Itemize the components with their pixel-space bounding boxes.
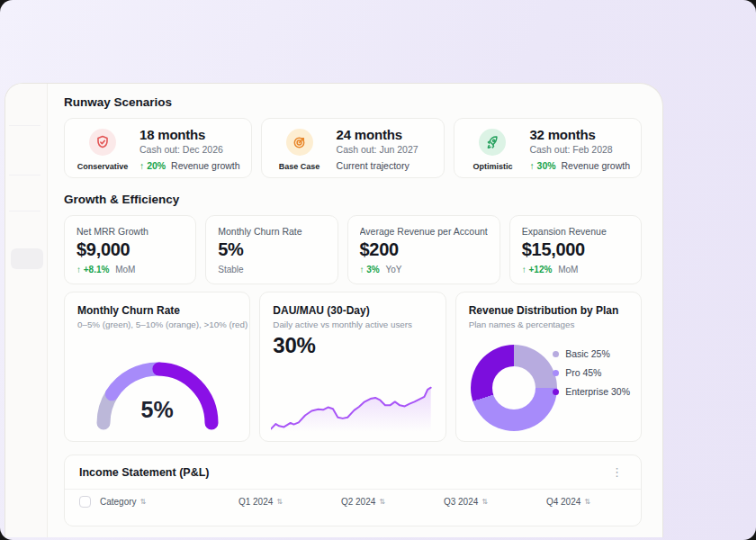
chart-title: DAU/MAU (30-Day) bbox=[273, 304, 432, 317]
chart-legend: Basic 25% Pro 45% Enterprise 30% bbox=[553, 348, 630, 397]
legend-dot bbox=[553, 370, 559, 376]
metric-note: MoM bbox=[115, 265, 135, 274]
column-label: Q1 2024 bbox=[238, 497, 273, 507]
target-icon bbox=[286, 129, 313, 156]
chart-subtitle: 0–5% (green), 5–10% (orange), >10% (red) bbox=[77, 320, 237, 329]
scenario-months: 24 months bbox=[337, 127, 434, 142]
shield-check-icon bbox=[89, 129, 116, 156]
column-header-q2-2024[interactable]: Q2 2024 ⇅ bbox=[283, 497, 385, 507]
metric-delta-row: Stable bbox=[218, 265, 325, 274]
metric-note: Stable bbox=[218, 265, 243, 274]
dashboard-content: Runway Scenarios Conservative bbox=[48, 84, 662, 537]
legend-item-enterprise: Enterprise 30% bbox=[553, 386, 630, 397]
column-label: Q3 2024 bbox=[444, 497, 478, 507]
sidebar-item-placeholder[interactable] bbox=[11, 248, 43, 269]
section-title-runway-scenarios: Runway Scenarios bbox=[64, 95, 642, 109]
scenario-icon-block: Optimistic bbox=[464, 127, 521, 171]
sidebar-divider bbox=[9, 211, 40, 212]
column-header-q3-2024[interactable]: Q3 2024 ⇅ bbox=[385, 497, 488, 507]
column-header-category[interactable]: Category ⇅ bbox=[100, 497, 180, 507]
sort-icon[interactable]: ⇅ bbox=[482, 498, 488, 506]
metric-card-net-mrr-growth: Net MRR Growth $9,000 ↑ +8.1% MoM bbox=[64, 215, 196, 284]
metric-label: Net MRR Growth bbox=[76, 226, 184, 237]
donut-chart bbox=[471, 345, 557, 431]
metric-label: Average Revenue per Account bbox=[360, 226, 488, 237]
column-header-q4-2024[interactable]: Q4 2024 ⇅ bbox=[488, 497, 590, 507]
sidebar-divider bbox=[9, 175, 40, 176]
column-label: Category bbox=[100, 497, 137, 507]
metric-value: $200 bbox=[360, 239, 488, 260]
scenario-label: Optimistic bbox=[464, 162, 521, 171]
rocket-icon bbox=[479, 129, 506, 156]
screenshot-root: Runway Scenarios Conservative bbox=[0, 0, 756, 540]
scenario-label: Base Case bbox=[271, 162, 328, 171]
scenario-cashout: Cash out: Jun 2027 bbox=[337, 144, 434, 155]
metric-card-expansion-revenue: Expansion Revenue $15,000 ↑ +12% MoM bbox=[509, 215, 642, 284]
scenario-cashout: Cash out: Feb 2028 bbox=[529, 144, 630, 155]
main-panel: Runway Scenarios Conservative bbox=[4, 83, 663, 537]
metric-label: Monthly Churn Rate bbox=[218, 226, 325, 237]
legend-item-pro: Pro 45% bbox=[553, 367, 630, 378]
metric-card-monthly-churn-rate: Monthly Churn Rate 5% Stable bbox=[205, 215, 338, 284]
growth-delta: ↑ 20% bbox=[140, 160, 166, 171]
scenario-label: Conservative bbox=[74, 162, 131, 171]
metric-delta-row: ↑ 3% YoY bbox=[360, 265, 488, 274]
metric-value: $15,000 bbox=[522, 239, 629, 260]
metric-delta: ↑ 3% bbox=[360, 265, 380, 274]
legend-label: Enterprise 30% bbox=[565, 386, 630, 397]
metric-value: 5% bbox=[218, 239, 325, 260]
legend-dot bbox=[553, 351, 559, 357]
income-statement-header: Income Statement (P&L) ⋮ bbox=[65, 455, 641, 489]
scenario-delta-row: ↑ 30% Revenue growth bbox=[529, 160, 630, 171]
sort-icon[interactable]: ⇅ bbox=[140, 498, 147, 506]
legend-label: Pro 45% bbox=[565, 367, 601, 378]
chart-subtitle: Plan names & percentages bbox=[469, 320, 628, 329]
sort-icon[interactable]: ⇅ bbox=[584, 498, 590, 506]
sort-icon[interactable]: ⇅ bbox=[379, 498, 385, 506]
gauge-chart-card: Monthly Churn Rate 0–5% (green), 5–10% (… bbox=[64, 292, 250, 442]
legend-label: Basic 25% bbox=[565, 348, 610, 359]
metric-delta: ↑ +12% bbox=[522, 265, 553, 274]
sidebar-divider bbox=[9, 125, 40, 126]
scenario-details: 32 months Cash out: Feb 2028 ↑ 30% Reven… bbox=[529, 127, 630, 171]
legend-item-basic: Basic 25% bbox=[553, 348, 630, 359]
scenario-card-conservative: Conservative 18 months Cash out: Dec 202… bbox=[64, 118, 252, 178]
chart-row: Monthly Churn Rate 0–5% (green), 5–10% (… bbox=[64, 292, 642, 442]
metric-note: YoY bbox=[386, 265, 402, 274]
metric-delta-row: ↑ +12% MoM bbox=[522, 265, 629, 274]
dau-mau-value: 30% bbox=[273, 333, 432, 358]
scenario-icon-block: Conservative bbox=[74, 127, 131, 171]
legend-dot bbox=[553, 389, 559, 395]
scenario-months: 18 months bbox=[140, 127, 240, 142]
metric-label: Expansion Revenue bbox=[522, 226, 629, 237]
sidebar bbox=[5, 84, 48, 537]
scenario-card-base-case: Base Case 24 months Cash out: Jun 2027 C… bbox=[261, 118, 446, 178]
sort-icon[interactable]: ⇅ bbox=[276, 498, 283, 506]
select-all-checkbox[interactable] bbox=[79, 496, 91, 508]
scenario-icon-block: Base Case bbox=[271, 127, 328, 171]
growth-delta: ↑ 30% bbox=[529, 160, 555, 171]
app-background: Runway Scenarios Conservative bbox=[0, 0, 756, 540]
section-title-growth-efficiency: Growth & Efficiency bbox=[64, 193, 642, 206]
column-header-q1-2024[interactable]: Q1 2024 ⇅ bbox=[180, 497, 283, 507]
growth-note: Revenue growth bbox=[562, 160, 630, 171]
column-label: Q2 2024 bbox=[341, 497, 375, 507]
scenario-delta-row: ↑ 20% Revenue growth bbox=[140, 160, 240, 171]
income-statement-title: Income Statement (P&L) bbox=[79, 466, 209, 479]
table-header-row: Category ⇅ Q1 2024 ⇅ Q2 2024 ⇅ Q3 2024 bbox=[65, 489, 641, 514]
kebab-menu-icon[interactable]: ⋮ bbox=[608, 466, 626, 479]
growth-note: Revenue growth bbox=[171, 160, 239, 171]
scenario-card-optimistic: Optimistic 32 months Cash out: Feb 2028 … bbox=[454, 118, 642, 178]
dau-mau-chart-card: DAU/MAU (30-Day) Daily active vs monthly… bbox=[259, 292, 446, 442]
scenario-delta-row: Current trajectory bbox=[337, 160, 434, 171]
scenario-details: 18 months Cash out: Dec 2026 ↑ 20% Reven… bbox=[140, 127, 240, 171]
chart-title: Monthly Churn Rate bbox=[77, 304, 237, 317]
gauge-value: 5% bbox=[65, 397, 249, 423]
income-statement-card: Income Statement (P&L) ⋮ Category ⇅ Q1 2… bbox=[64, 454, 642, 526]
growth-note: Current trajectory bbox=[337, 160, 410, 171]
column-label: Q4 2024 bbox=[546, 497, 580, 507]
metric-delta: ↑ +8.1% bbox=[76, 265, 109, 274]
line-chart bbox=[271, 382, 434, 432]
chart-title: Revenue Distribution by Plan bbox=[469, 304, 628, 317]
metric-row: Net MRR Growth $9,000 ↑ +8.1% MoM Monthl… bbox=[64, 215, 642, 284]
